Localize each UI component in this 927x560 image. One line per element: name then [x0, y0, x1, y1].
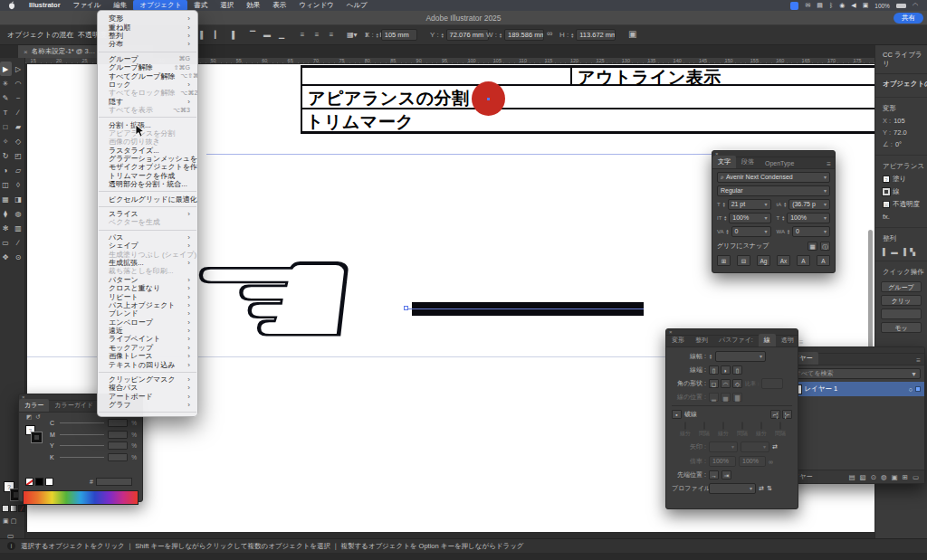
channel-input[interactable]: [108, 431, 128, 439]
tab-OpenType[interactable]: OpenType: [760, 158, 799, 168]
props-align-icon[interactable]: ▚: [910, 248, 915, 256]
char-feature-icon[interactable]: Ax: [777, 255, 790, 266]
props-align-icon[interactable]: ▌: [883, 248, 887, 256]
distribute-v-center-icon[interactable]: ≡: [311, 31, 322, 39]
paintbrush-tool[interactable]: ▰: [13, 119, 24, 134]
quick-action-1[interactable]: クリッ: [881, 295, 922, 306]
chat-icon[interactable]: ✉: [805, 2, 810, 9]
wifi-icon[interactable]: ◠: [913, 2, 918, 9]
align-bottom-icon[interactable]: ▁: [276, 31, 287, 39]
menu-item-pixel-grid[interactable]: ピクセルグリッドに最適化: [98, 195, 197, 203]
x-input[interactable]: 105 mm: [381, 29, 417, 41]
distribute-bottom-icon[interactable]: ≡: [326, 31, 337, 39]
profile-select[interactable]: ▾: [709, 483, 756, 494]
layers-action-icon[interactable]: ▧: [860, 473, 866, 481]
slider-track[interactable]: [60, 445, 104, 446]
arrow-swap-icon[interactable]: ⇄: [772, 443, 778, 451]
pointing-hand-artwork[interactable]: ☜: [181, 230, 494, 365]
link-dimensions-icon[interactable]: ∞: [547, 29, 552, 38]
join-option-icon[interactable]: ◠: [721, 379, 731, 388]
slider-track[interactable]: [60, 422, 104, 423]
rotate-tool[interactable]: ↻: [0, 148, 12, 163]
blend-tool[interactable]: ◍: [13, 206, 24, 221]
char-stepper[interactable]: ▲▼: [726, 229, 730, 234]
tab-文字[interactable]: 文字: [712, 156, 736, 168]
props-y-value[interactable]: 72.0: [894, 128, 907, 137]
layers-action-icon[interactable]: ▤: [848, 473, 855, 481]
channel-input[interactable]: [108, 419, 128, 427]
tip-align-icon[interactable]: →: [709, 470, 719, 479]
menubar-item-6[interactable]: 効果: [240, 0, 266, 11]
display-icon[interactable]: ▤: [817, 2, 823, 9]
char-input-0[interactable]: 21 pt▾: [728, 199, 771, 210]
char-stepper[interactable]: ▲▼: [781, 215, 785, 221]
quick-action-2[interactable]: [881, 308, 922, 319]
layers-action-icon[interactable]: ▭: [913, 473, 919, 481]
none-button[interactable]: ╱: [18, 505, 25, 512]
menu-item-add-for-export[interactable]: 書き出し用に追加›: [98, 415, 197, 417]
dashed-checkbox[interactable]: ▪: [672, 410, 682, 419]
char-stepper[interactable]: ▲▼: [723, 215, 727, 221]
panel-menu-icon[interactable]: ≡: [799, 338, 808, 346]
char-feature-icon[interactable]: A: [817, 255, 830, 266]
tip-extend-icon[interactable]: ⇥: [722, 470, 731, 479]
layers-action-icon[interactable]: ⊙: [871, 473, 876, 481]
tab-段落[interactable]: 段落: [736, 156, 760, 168]
align-top-icon[interactable]: ▔: [247, 31, 258, 39]
distribute-top-icon[interactable]: ≡: [297, 31, 308, 39]
stroke-swatch-icon[interactable]: [883, 188, 890, 195]
tab-線[interactable]: 線: [759, 334, 776, 346]
artwork-line[interactable]: [301, 65, 302, 134]
record-icon[interactable]: ◉: [839, 2, 845, 9]
w-input[interactable]: 189.586 mm: [504, 29, 544, 41]
scale-tool[interactable]: ◰: [13, 148, 24, 163]
char-feature-icon[interactable]: ⊞: [717, 255, 731, 266]
slider-track[interactable]: [60, 434, 104, 435]
align-h-center-icon[interactable]: ▎: [212, 31, 223, 39]
type-tool[interactable]: T: [0, 105, 12, 119]
slider-track[interactable]: [60, 457, 104, 458]
visibility-icon[interactable]: ○: [909, 386, 913, 393]
artwork-text-trim[interactable]: トリムマーク: [306, 110, 414, 134]
close-tab-icon[interactable]: ×: [24, 48, 28, 56]
bluetooth-icon[interactable]: ᛒ: [829, 2, 833, 9]
cap-option-icon[interactable]: ▯: [732, 365, 742, 375]
cap-option-icon[interactable]: ▯: [709, 365, 719, 375]
layers-search-field[interactable]: ⌕ すべてを検索 ▼: [785, 368, 921, 379]
black-swatch[interactable]: [35, 478, 43, 486]
tab-カラーガイド[interactable]: カラーガイド: [49, 399, 99, 412]
char-input-4[interactable]: 0▾: [731, 226, 771, 237]
dash-preserve-icon[interactable]: ⌐¦: [770, 410, 780, 419]
stroke-width-stepper[interactable]: ▲▼: [709, 354, 712, 359]
h-stepper[interactable]: ▲▼: [570, 33, 574, 38]
appearance-row-opacity[interactable]: ☒不透明度: [875, 198, 927, 211]
char-input-2[interactable]: 100%▾: [729, 213, 770, 223]
props-x-value[interactable]: 105: [894, 117, 905, 125]
join-option-icon[interactable]: ◻: [709, 379, 719, 388]
flip-along-icon[interactable]: ⇄: [759, 485, 764, 492]
graph-tool[interactable]: ▥: [13, 221, 24, 235]
zoom-tool[interactable]: ⊙: [13, 250, 24, 264]
volume-icon[interactable]: ◀: [851, 2, 855, 9]
opacity-swatch-icon[interactable]: ☒: [883, 201, 890, 208]
input-source-icon[interactable]: ▣: [863, 2, 869, 9]
quick-action-0[interactable]: グループ: [881, 281, 922, 292]
symbol-sprayer-tool[interactable]: ✻: [0, 221, 12, 235]
char-feature-icon[interactable]: Ag: [757, 255, 770, 266]
gradient-button[interactable]: [10, 505, 17, 512]
eyedropper-tool[interactable]: ⧫: [0, 206, 12, 221]
shape-builder-tool[interactable]: ◫: [0, 177, 12, 192]
char-feature-icon[interactable]: ⊟: [737, 255, 750, 266]
menubar-item-9[interactable]: ヘルプ: [340, 0, 374, 11]
shaper-tool[interactable]: ◇: [13, 134, 24, 148]
menu-item-text-wrap[interactable]: テキストの回り込み›: [98, 360, 197, 368]
artwork-line[interactable]: [570, 65, 572, 86]
selection-tool[interactable]: ▶: [0, 62, 12, 76]
menubar-item-0[interactable]: Illustrator: [23, 0, 67, 11]
snap-option-icon[interactable]: ⓘ: [820, 242, 830, 251]
h-input[interactable]: 113.672 mm: [576, 29, 616, 41]
menubar-item-7[interactable]: 表示: [266, 0, 292, 11]
pencil-tool[interactable]: ✧: [0, 134, 12, 148]
width-tool[interactable]: ◑: [0, 163, 12, 177]
hand-tool[interactable]: ✥: [0, 250, 12, 264]
